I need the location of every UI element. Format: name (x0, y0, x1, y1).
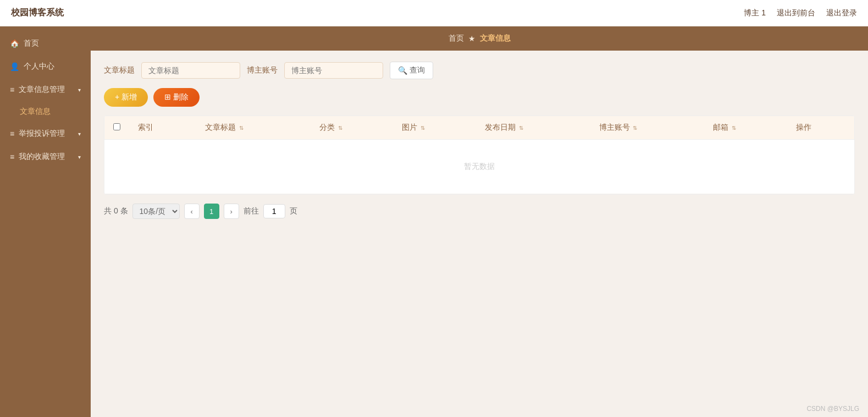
page-footer: CSDN @BYSJLG (806, 405, 859, 413)
sort-email-icon: ⇅ (732, 125, 736, 131)
search-bar: 文章标题 博主账号 🔍 查询 (104, 62, 855, 79)
delete-button[interactable]: ⊞ 删除 (153, 88, 200, 107)
select-all-cell[interactable] (104, 116, 129, 140)
layout: 🏠 首页 👤 个人中心 ≡ 文章信息管理 ▾ 文章信息 ≡ 举报投诉管理 ▾ ≡… (0, 26, 868, 417)
empty-cell: 暂无数据 (104, 140, 854, 194)
exit-front-btn[interactable]: 退出到前台 (777, 8, 815, 18)
chevron-down-icon-3: ▾ (78, 154, 81, 160)
table-head: 索引 文章标题 ⇅ 分类 ⇅ 图片 (104, 116, 854, 140)
col-category[interactable]: 分类 ⇅ (311, 116, 394, 140)
top-navbar: 校园博客系统 博主 1 退出到前台 退出登录 (0, 0, 868, 26)
col-image[interactable]: 图片 ⇅ (393, 116, 476, 140)
sidebar-item-profile-label: 个人中心 (24, 62, 54, 72)
page-1-btn[interactable]: 1 (204, 204, 219, 219)
col-index: 索引 (129, 116, 196, 140)
goto-input[interactable] (263, 204, 285, 218)
profile-icon: 👤 (10, 62, 19, 71)
col-blogger-id[interactable]: 博主账号 ⇅ (590, 116, 705, 140)
col-index-label: 索引 (138, 123, 153, 131)
page-prev-btn[interactable]: ‹ (184, 204, 200, 219)
home-icon: 🏠 (10, 39, 19, 48)
col-title[interactable]: 文章标题 ⇅ (196, 116, 311, 140)
current-user: 博主 1 (744, 8, 766, 18)
sidebar-item-collection-manage[interactable]: ≡ 我的收藏管理 ▾ (0, 145, 91, 168)
pagination-total: 共 0 条 (104, 206, 128, 216)
add-button[interactable]: + 新增 (104, 88, 148, 107)
sidebar-item-complaint-manage-label: 举报投诉管理 (19, 129, 65, 139)
sidebar-item-home-label: 首页 (24, 39, 39, 48)
sidebar-item-collection-manage-label: 我的收藏管理 (19, 152, 65, 162)
pagination: 共 0 条 10条/页 20条/页 50条/页 ‹ 1 › 前往 页 (104, 204, 855, 219)
sidebar-item-complaint-manage[interactable]: ≡ 举报投诉管理 ▾ (0, 122, 91, 145)
breadcrumb-current: 文章信息 (480, 34, 511, 43)
add-button-label: + 新增 (115, 92, 137, 102)
sort-image-icon: ⇅ (421, 125, 425, 131)
col-email[interactable]: 邮箱 ⇅ (704, 116, 787, 140)
col-action-label: 操作 (796, 123, 811, 131)
breadcrumb-home: 首页 (449, 34, 464, 43)
star-icon: ★ (468, 34, 476, 43)
search-btn-label: 查询 (410, 65, 425, 75)
search-input-title[interactable] (141, 62, 240, 79)
sidebar-item-article-info-label: 文章信息 (20, 107, 51, 116)
navbar-right: 博主 1 退出到前台 退出登录 (744, 8, 857, 18)
article-manage-icon: ≡ (10, 85, 14, 94)
sort-category-icon: ⇅ (338, 125, 342, 131)
sort-title-icon: ⇅ (239, 125, 244, 131)
search-label-2: 博主账号 (247, 65, 278, 75)
collection-manage-icon: ≡ (10, 152, 14, 161)
chevron-down-icon: ▾ (78, 87, 81, 93)
sort-blogger-icon: ⇅ (633, 125, 637, 131)
col-image-label: 图片 (402, 123, 417, 131)
content-area: 文章标题 博主账号 🔍 查询 + 新增 ⊞ 删除 (91, 51, 868, 230)
page-next-btn[interactable]: › (224, 204, 239, 219)
col-title-label: 文章标题 (205, 123, 236, 131)
search-input-blogger[interactable] (284, 62, 383, 79)
action-bar: + 新增 ⊞ 删除 (104, 88, 855, 107)
main-content: 首页 ★ 文章信息 文章标题 博主账号 🔍 查询 + 新增 (91, 26, 868, 417)
table-body: 暂无数据 (104, 140, 854, 194)
breadcrumb-bar: 首页 ★ 文章信息 (91, 26, 868, 51)
article-table: 索引 文章标题 ⇅ 分类 ⇅ 图片 (104, 116, 854, 194)
col-email-label: 邮箱 (713, 123, 728, 131)
col-publish-date-label: 发布日期 (485, 123, 516, 131)
goto-label-1: 前往 (244, 206, 259, 216)
sidebar-item-profile[interactable]: 👤 个人中心 (0, 55, 91, 78)
search-label-1: 文章标题 (104, 65, 135, 75)
sidebar-item-article-manage-label: 文章信息管理 (19, 85, 65, 95)
logout-btn[interactable]: 退出登录 (826, 8, 857, 18)
goto-label-2: 页 (290, 206, 297, 216)
chevron-down-icon-2: ▾ (78, 131, 81, 137)
complaint-manage-icon: ≡ (10, 129, 14, 138)
sidebar-item-article-manage[interactable]: ≡ 文章信息管理 ▾ (0, 78, 91, 101)
search-icon: 🔍 (398, 66, 407, 75)
table-empty-row: 暂无数据 (104, 140, 854, 194)
col-blogger-id-label: 博主账号 (599, 123, 630, 131)
page-size-select[interactable]: 10条/页 20条/页 50条/页 (132, 204, 180, 219)
delete-button-label: ⊞ 删除 (164, 92, 189, 102)
sidebar: 🏠 首页 👤 个人中心 ≡ 文章信息管理 ▾ 文章信息 ≡ 举报投诉管理 ▾ ≡… (0, 26, 91, 417)
col-category-label: 分类 (319, 123, 335, 131)
sidebar-item-home[interactable]: 🏠 首页 (0, 32, 91, 55)
app-title: 校园博客系统 (11, 7, 64, 19)
select-all-checkbox[interactable] (113, 123, 120, 130)
table-container: 索引 文章标题 ⇅ 分类 ⇅ 图片 (104, 116, 855, 195)
search-button[interactable]: 🔍 查询 (390, 62, 433, 79)
col-action: 操作 (787, 116, 854, 140)
sort-date-icon: ⇅ (519, 125, 523, 131)
col-publish-date[interactable]: 发布日期 ⇅ (476, 116, 590, 140)
sidebar-item-article-info[interactable]: 文章信息 (0, 101, 91, 122)
footer-text: CSDN @BYSJLG (806, 405, 859, 413)
